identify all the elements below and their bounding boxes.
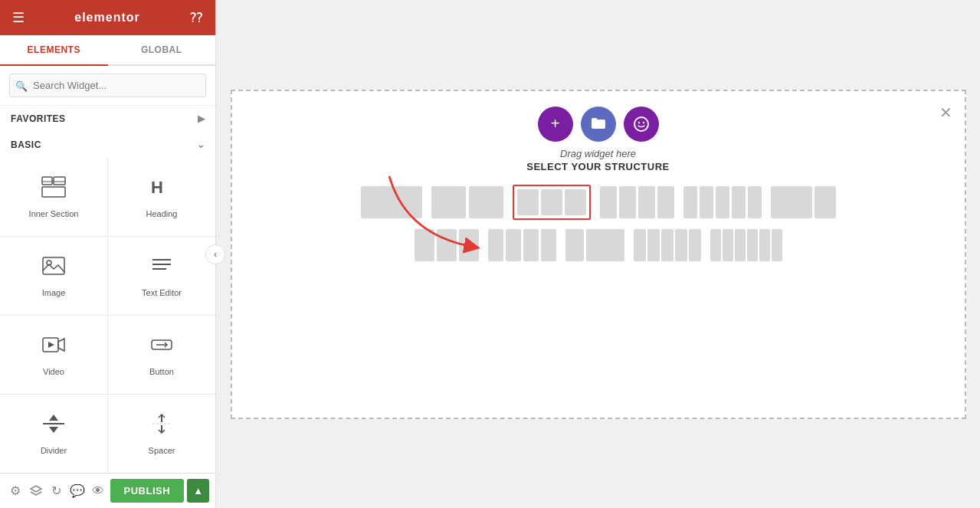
main-canvas: ✕ + Drag widget here SELECT YOUR STRUCTU…: [216, 0, 980, 508]
widget-divider[interactable]: Divider: [0, 395, 107, 473]
sidebar: ☰ elementor ⁇ ELEMENTS GLOBAL 🔍 FAVORITE…: [0, 0, 216, 508]
close-button[interactable]: ✕: [939, 103, 952, 122]
favorites-label: FAVORITES: [11, 113, 66, 124]
structure-row-2: [415, 229, 782, 261]
tab-elements[interactable]: ELEMENTS: [0, 35, 108, 66]
widget-spacer[interactable]: Spacer: [108, 395, 215, 473]
tab-global[interactable]: GLOBAL: [108, 35, 216, 64]
structure-1col[interactable]: [361, 186, 422, 218]
publish-button[interactable]: PUBLISH: [110, 479, 185, 503]
favorites-chevron-icon: ▶: [198, 113, 205, 124]
basic-section-header[interactable]: BASIC ⌄: [0, 132, 215, 158]
search-icon: 🔍: [15, 80, 28, 91]
sidebar-bottom-toolbar: ⚙ ↻ 💬 👁 PUBLISH ▲: [0, 473, 215, 508]
publish-arrow-button[interactable]: ▲: [187, 479, 209, 503]
comments-icon[interactable]: 💬: [68, 479, 86, 503]
divider-icon: [41, 413, 66, 440]
widget-image[interactable]: Image: [0, 237, 107, 315]
sidebar-header: ☰ elementor ⁇: [0, 0, 215, 35]
fab-folder-button[interactable]: [581, 107, 616, 142]
widget-divider-label: Divider: [41, 446, 67, 455]
svg-rect-2: [42, 187, 65, 197]
structure-row2-1-3-2-3[interactable]: [565, 229, 624, 261]
structure-5col[interactable]: [683, 186, 762, 218]
history-icon[interactable]: ↻: [48, 479, 65, 503]
widgets-grid: Inner Section H Heading Image: [0, 158, 215, 473]
fab-template-button[interactable]: [624, 107, 659, 142]
structure-row-1: [361, 185, 836, 220]
widget-text-editor-label: Text Editor: [142, 288, 182, 297]
widget-image-label: Image: [42, 288, 66, 297]
spacer-icon: [149, 413, 174, 440]
widget-video[interactable]: Video: [0, 316, 107, 394]
favorites-section-header[interactable]: FAVORITES ▶: [0, 106, 215, 132]
inner-section-icon: [41, 176, 66, 203]
svg-marker-22: [31, 486, 41, 492]
eye-icon[interactable]: 👁: [89, 479, 107, 503]
structure-row2-3col[interactable]: [415, 229, 479, 261]
video-icon: [41, 334, 66, 361]
canvas-area[interactable]: ✕ + Drag widget here SELECT YOUR STRUCTU…: [231, 90, 966, 419]
structure-row2-4col[interactable]: [488, 229, 556, 261]
button-icon: [149, 334, 174, 361]
settings-icon[interactable]: ⚙: [6, 479, 24, 503]
svg-marker-16: [49, 415, 58, 421]
hamburger-icon[interactable]: ☰: [12, 9, 25, 26]
sidebar-tabs: ELEMENTS GLOBAL: [0, 35, 215, 66]
widget-inner-section[interactable]: Inner Section: [0, 158, 107, 236]
structure-4col[interactable]: [600, 186, 674, 218]
search-input[interactable]: [9, 74, 206, 97]
sidebar-collapse-button[interactable]: ‹: [205, 244, 225, 264]
image-icon: [41, 255, 66, 282]
text-editor-icon: [149, 255, 174, 282]
svg-marker-13: [48, 342, 54, 348]
search-container: 🔍: [0, 66, 215, 106]
fab-row: +: [538, 107, 659, 142]
svg-rect-6: [43, 257, 64, 274]
fab-add-button[interactable]: +: [538, 107, 573, 142]
app-logo: elementor: [74, 11, 139, 25]
structure-3col-selected[interactable]: [513, 185, 591, 220]
widget-heading[interactable]: H Heading: [108, 158, 215, 236]
basic-chevron-icon: ⌄: [197, 139, 205, 150]
drag-widget-text: Drag widget here: [560, 148, 636, 159]
widget-button-label: Button: [149, 367, 174, 376]
svg-marker-12: [58, 339, 64, 351]
structure-3col-col1: [517, 189, 539, 215]
svg-rect-1: [54, 177, 65, 185]
widget-inner-section-label: Inner Section: [29, 209, 79, 218]
svg-marker-18: [49, 427, 58, 433]
svg-rect-0: [42, 177, 52, 185]
structure-3col-col3: [565, 189, 586, 215]
widget-text-editor[interactable]: Text Editor: [108, 237, 215, 315]
structure-3col-col2: [541, 189, 562, 215]
svg-point-24: [637, 121, 639, 123]
structure-2-3-col[interactable]: [771, 186, 836, 218]
widget-heading-label: Heading: [146, 209, 178, 218]
structure-row2-5col[interactable]: [634, 229, 701, 261]
svg-text:H: H: [151, 178, 163, 197]
structure-2col[interactable]: [431, 186, 503, 218]
layers-icon[interactable]: [27, 479, 44, 503]
select-structure-text: SELECT YOUR STRUCTURE: [526, 161, 670, 172]
widget-spacer-label: Spacer: [149, 446, 175, 455]
widget-button[interactable]: Button: [108, 316, 215, 394]
basic-label: BASIC: [11, 139, 41, 150]
structure-row2-6col[interactable]: [710, 229, 782, 261]
heading-icon: H: [149, 176, 174, 203]
grid-icon[interactable]: ⁇: [190, 9, 203, 26]
svg-point-25: [642, 121, 644, 123]
svg-point-23: [634, 117, 648, 131]
widget-video-label: Video: [43, 367, 64, 376]
